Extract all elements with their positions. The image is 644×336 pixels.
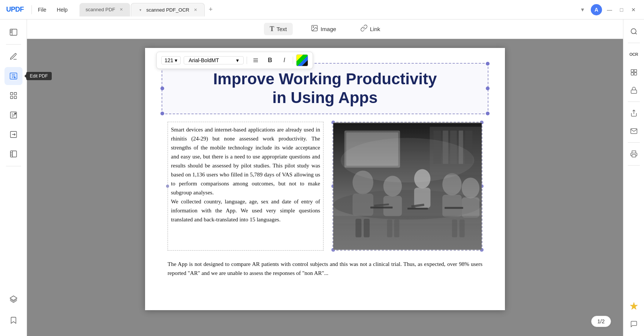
toolbar-link[interactable]: Link: [354, 22, 386, 36]
right-icon-ocr[interactable]: OCR: [626, 46, 642, 63]
pdf-bottom-text: The App is not designed to compare AR pa…: [168, 260, 482, 278]
pdf-title-area[interactable]: Improve Working Productivity in Using Ap…: [162, 63, 488, 114]
svg-rect-31: [442, 195, 461, 217]
right-sidebar: OCR: [623, 19, 644, 336]
sidebar-icon-edit-pdf[interactable]: Edit PDF: [4, 67, 22, 85]
sidebar-icon-layers[interactable]: [4, 290, 22, 308]
svg-rect-51: [364, 219, 370, 237]
svg-rect-36: [407, 208, 428, 209]
menu-bar: File Help: [33, 5, 72, 14]
right-icon-share[interactable]: [626, 105, 642, 121]
right-icon-search[interactable]: [626, 23, 642, 40]
format-toolbar: 121 ▾ Arial-BoldMT ▾ B I: [156, 52, 313, 69]
right-divider-2: [628, 102, 640, 102]
pdf-title-line1: Improve Working Productivity: [168, 70, 482, 88]
bold-button[interactable]: B: [264, 55, 276, 66]
sidebar-icon-convert[interactable]: [4, 125, 22, 143]
svg-rect-15: [10, 151, 16, 157]
tab-scanned-pdf-close[interactable]: ✕: [118, 7, 124, 13]
right-icon-email[interactable]: [626, 123, 642, 139]
svg-point-47: [341, 138, 474, 182]
tab-scanned-pdf-ocr-close[interactable]: ✕: [192, 7, 198, 13]
tabs-area: scanned PDF ✕ ▾ scanned PDF_OCR ✕ +: [79, 3, 577, 16]
link-icon: [360, 24, 368, 34]
pdf-title: Improve Working Productivity in Using Ap…: [168, 70, 482, 108]
page-indicator: 1/2: [591, 316, 611, 327]
menu-help[interactable]: Help: [52, 5, 72, 14]
svg-rect-61: [634, 73, 637, 75]
tab-scanned-pdf[interactable]: scanned PDF ✕: [79, 3, 130, 16]
svg-rect-11: [14, 96, 16, 99]
svg-rect-59: [634, 70, 637, 72]
tabs-list-button[interactable]: ▾: [577, 4, 588, 15]
svg-rect-9: [14, 93, 16, 95]
sidebar-icon-annotate[interactable]: [4, 48, 22, 66]
handle-tr: [486, 62, 490, 66]
format-divider-2: [293, 57, 293, 64]
svg-rect-60: [631, 73, 634, 75]
font-size-selector[interactable]: 121 ▾: [161, 56, 181, 64]
svg-rect-64: [632, 155, 636, 157]
text-handle-ml: [166, 185, 169, 188]
right-icon-ai[interactable]: [626, 298, 642, 314]
handle-br: [486, 112, 490, 115]
sidebar-icon-bookmark[interactable]: [4, 311, 22, 329]
pdf-text-column[interactable]: Smart devices and internet-based applica…: [168, 122, 323, 251]
svg-rect-34: [370, 206, 392, 208]
svg-rect-10: [10, 96, 12, 99]
toolbar-image[interactable]: Image: [305, 22, 342, 36]
right-icon-comment[interactable]: [626, 316, 642, 332]
close-button[interactable]: ✕: [629, 5, 638, 14]
sidebar-icon-compress[interactable]: [4, 145, 22, 163]
pdf-body-text: Smart devices and internet-based applica…: [171, 125, 320, 224]
font-name-selector[interactable]: Arial-BoldMT ▾: [184, 56, 244, 64]
user-avatar[interactable]: A: [591, 4, 602, 15]
pdf-viewer[interactable]: 121 ▾ Arial-BoldMT ▾ B I: [27, 39, 623, 336]
align-button[interactable]: [250, 55, 261, 66]
svg-rect-52: [387, 220, 392, 237]
svg-rect-58: [631, 70, 634, 72]
sidebar-divider-2: [6, 166, 21, 166]
tab-scanned-pdf-label: scanned PDF: [85, 7, 115, 12]
toolbar-text[interactable]: T Text: [264, 23, 293, 35]
font-size-dropdown-icon: ▾: [175, 57, 177, 63]
svg-point-32: [462, 178, 480, 198]
sidebar-icon-reader[interactable]: [4, 23, 22, 41]
toolbar-text-label: Text: [277, 26, 287, 32]
right-icon-security[interactable]: [626, 82, 642, 99]
handle-mr: [486, 87, 490, 90]
sidebar-icon-ocr[interactable]: [4, 106, 22, 124]
main-toolbar: T Text Image Link: [27, 19, 623, 39]
svg-rect-25: [352, 194, 373, 216]
handle-bl: [160, 112, 164, 115]
add-tab-button[interactable]: +: [205, 4, 216, 15]
pdf-title-line2: in Using Apps: [168, 88, 482, 107]
pdf-image-column[interactable]: [332, 122, 482, 251]
tab-scanned-pdf-ocr[interactable]: ▾ scanned PDF_OCR ✕: [131, 3, 205, 16]
center-content: T Text Image Link: [27, 19, 623, 336]
svg-rect-8: [10, 93, 12, 95]
right-icon-pages[interactable]: [626, 64, 642, 81]
pdf-body: Smart devices and internet-based applica…: [168, 122, 482, 251]
font-name-dropdown-icon: ▾: [236, 57, 239, 63]
svg-rect-53: [394, 220, 399, 237]
font-name-value: Arial-BoldMT: [189, 57, 219, 63]
italic-button[interactable]: I: [279, 55, 290, 66]
right-icon-save-cloud[interactable]: [626, 146, 642, 162]
maximize-button[interactable]: □: [617, 5, 626, 14]
color-picker-button[interactable]: [296, 54, 308, 66]
svg-rect-38: [445, 207, 463, 209]
svg-rect-33: [462, 197, 480, 217]
svg-rect-50: [355, 219, 361, 237]
app-logo: UPDF: [0, 6, 30, 13]
minimize-button[interactable]: —: [605, 5, 614, 14]
sidebar-icon-organize[interactable]: [4, 87, 22, 105]
svg-point-18: [313, 27, 314, 28]
menu-file[interactable]: File: [33, 5, 51, 14]
right-divider-4: [628, 165, 640, 166]
pdf-page: 121 ▾ Arial-BoldMT ▾ B I: [145, 48, 505, 310]
svg-point-56: [631, 29, 636, 34]
right-divider-1: [628, 43, 640, 43]
sidebar-bottom: [4, 290, 22, 333]
tab-ocr-dropdown[interactable]: ▾: [137, 7, 143, 13]
